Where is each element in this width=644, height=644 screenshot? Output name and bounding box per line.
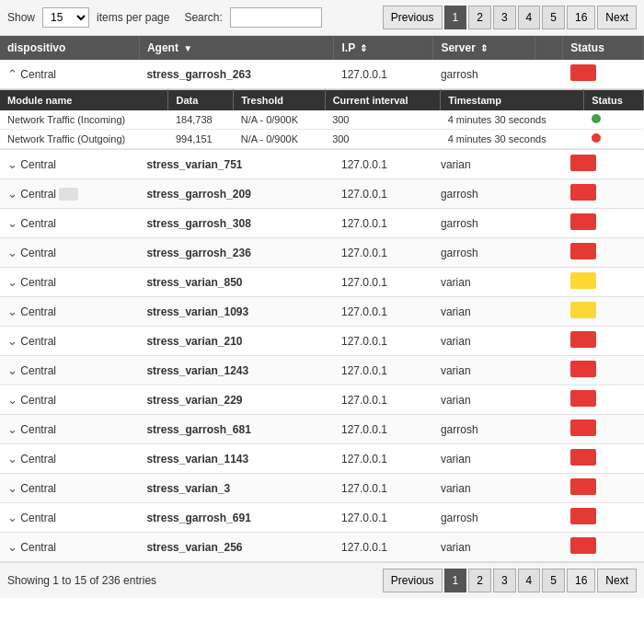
table-row: ⌄ Central stress_varian_1093 127.0.0.1 v… [0,297,644,327]
status-badge [570,449,596,466]
chevron-down-icon[interactable]: ⌄ [7,246,17,259]
chevron-down-icon[interactable]: ⌄ [7,275,17,289]
items-per-page-label: items per page [97,11,169,24]
entries-info: Showing 1 to 15 of 236 entries [7,574,156,587]
row-ip: 127.0.0.1 [334,503,433,533]
expanded-dispositivo: ⌃ Central [0,60,139,89]
chevron-down-icon[interactable]: ⌄ [7,216,17,230]
row-server: varian [433,533,535,562]
row-server: varian [433,356,535,385]
page-1-button-top[interactable]: 1 [444,6,467,29]
col-agent[interactable]: Agent ▼ [139,36,334,60]
table-row: ⌄ Central stress_garrosh_236 127.0.0.1 g… [0,238,644,268]
previous-button-bottom[interactable]: Previous [383,569,443,592]
sub-interval: 300 [325,130,441,149]
row-ip: 127.0.0.1 [334,297,433,327]
chevron-down-icon[interactable]: ⌄ [7,393,17,407]
bottom-bar: Showing 1 to 15 of 236 entries Previous … [0,562,644,598]
next-button-bottom[interactable]: Next [597,569,637,592]
row-ip: 127.0.0.1 [334,179,433,209]
row-status [563,385,644,415]
row-dispositivo: ⌄ Central [0,297,139,327]
sub-col-status: Status [584,90,643,111]
next-button-top[interactable]: Next [597,6,637,29]
table-row: ⌄ Central stress_varian_1143 127.0.0.1 v… [0,444,644,474]
sub-table-row: Network Traffic (Outgoing) 994,151 N/A -… [0,130,643,149]
search-input[interactable] [230,7,322,28]
row-agent: stress_varian_210 [139,327,334,356]
row-dispositivo: ⌄ Central [0,268,139,297]
dispositivo-label: Central [20,364,56,377]
col-dispositivo[interactable]: dispositivo [0,36,139,60]
row-agent: stress_varian_229 [139,385,334,415]
row-server: garrosh [433,238,535,268]
status-badge [570,331,596,348]
sub-interval: 300 [325,110,441,130]
dispositivo-label: Central [20,423,56,436]
chevron-down-icon[interactable]: ⌄ [7,511,17,524]
status-badge [570,272,596,289]
sub-data: 994,151 [168,130,234,149]
sub-col-interval: Current interval [325,90,441,111]
page-1-button-bottom[interactable]: 1 [444,569,467,592]
row-dispositivo: ⌄ Central [0,179,139,209]
chevron-down-icon[interactable]: ⌄ [7,157,17,171]
chevron-down-icon[interactable]: ⌄ [7,422,17,436]
row-dispositivo: ⌄ Central [0,209,139,238]
items-per-page-select[interactable]: 15 25 50 100 [42,7,89,28]
table-row: ⌄ Central stress_varian_3 127.0.0.1 vari… [0,474,644,503]
chevron-down-icon[interactable]: ⌄ [7,452,17,466]
row-agent: stress_garrosh_209 [139,179,334,209]
sub-table-cell: Module name Data Treshold Current interv… [0,89,644,150]
chevron-down-icon[interactable]: ⌄ [7,187,17,201]
last-page-button-top[interactable]: 16 [567,6,595,29]
row-extra [535,385,563,415]
row-dispositivo: ⌄ Central [0,385,139,415]
last-page-button-bottom[interactable]: 16 [567,569,595,592]
page-4-button-bottom[interactable]: 4 [518,569,541,592]
status-badge [570,243,596,259]
chevron-down-icon[interactable]: ⌄ [7,481,17,495]
row-agent: stress_varian_1243 [139,356,334,385]
page-2-button-bottom[interactable]: 2 [468,569,491,592]
server-sort-icon: ⇕ [480,43,488,53]
col-status[interactable]: Status [563,36,644,60]
page-3-button-bottom[interactable]: 3 [493,569,516,592]
page-4-button-top[interactable]: 4 [518,6,541,29]
status-badge [570,508,596,524]
row-server: varian [433,385,535,415]
row-ip: 127.0.0.1 [334,209,433,238]
page-5-button-top[interactable]: 5 [542,6,565,29]
row-status [563,327,644,356]
row-extra [535,415,563,444]
chevron-down-icon[interactable]: ⌄ [7,305,17,318]
row-ip: 127.0.0.1 [334,444,433,474]
page-3-button-top[interactable]: 3 [493,6,516,29]
sub-table-row: Network Traffic (Incoming) 184,738 N/A -… [0,110,643,130]
sub-treshold: N/A - 0/900K [234,110,325,130]
page-2-button-top[interactable]: 2 [468,6,491,29]
expanded-ip: 127.0.0.1 [334,60,433,89]
table-row: ⌄ Central stress_varian_1243 127.0.0.1 v… [0,356,644,385]
status-badge [570,478,596,495]
sub-module: Network Traffic (Incoming) [0,110,168,130]
col-server[interactable]: Server ⇕ [433,36,535,60]
page-5-button-bottom[interactable]: 5 [542,569,565,592]
chevron-up-icon[interactable]: ⌃ [7,67,17,81]
row-ip: 127.0.0.1 [334,415,433,444]
row-server: varian [433,150,535,179]
chevron-down-icon[interactable]: ⌄ [7,540,17,554]
row-status [563,179,644,209]
dispositivo-label: Central [20,276,56,289]
dispositivo-label: Central [20,305,56,318]
previous-button-top[interactable]: Previous [383,6,443,29]
sub-col-treshold: Treshold [234,90,325,111]
status-badge [570,361,596,377]
chevron-down-icon[interactable]: ⌄ [7,363,17,377]
chevron-down-icon[interactable]: ⌄ [7,334,17,348]
row-dispositivo: ⌄ Central [0,327,139,356]
status-badge [570,302,596,318]
row-extra [535,356,563,385]
col-ip[interactable]: I.P ⇕ [334,36,433,60]
sub-status-dot [592,114,601,123]
